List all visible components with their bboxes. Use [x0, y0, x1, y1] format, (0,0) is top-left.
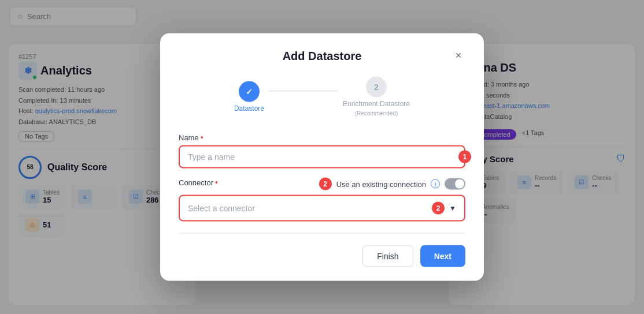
step-1-circle: ✓	[239, 81, 260, 102]
step-2-sublabel: (Recommended)	[355, 110, 398, 117]
connector-placeholder: Select a connector	[188, 204, 255, 213]
connector-label-row: Connector • 2 Use an existing connection…	[179, 178, 465, 190]
connector-field-label: Connector •	[179, 178, 218, 187]
existing-connection-label: Use an existing connection	[336, 180, 426, 188]
add-datastore-modal: Add Datastore × ✓ Datastore 2 Enrichment…	[160, 33, 484, 281]
connector-step-number: 2	[319, 178, 332, 190]
existing-connection-toggle[interactable]	[445, 178, 465, 190]
next-button[interactable]: Next	[420, 245, 465, 267]
stepper: ✓ Datastore 2 Enrichment Datastore (Reco…	[179, 77, 465, 117]
modal-footer: Finish Next	[179, 245, 465, 267]
toggle-thumb	[455, 180, 464, 189]
modal-title: Add Datastore	[193, 50, 451, 63]
close-button[interactable]: ×	[451, 48, 465, 62]
name-required-indicator: •	[201, 133, 203, 142]
finish-button[interactable]: Finish	[362, 245, 413, 267]
connector-field-group: Connector • 2 Use an existing connection…	[179, 178, 465, 222]
step-2-label: Enrichment Datastore	[343, 100, 410, 108]
step-2: 2 Enrichment Datastore (Recommended)	[343, 77, 410, 117]
name-step-number: 1	[458, 151, 471, 163]
step-1-label: Datastore	[234, 104, 264, 112]
modal-header: Add Datastore ×	[179, 50, 465, 63]
connector-select[interactable]: Select a connector 2 ▼	[179, 195, 465, 222]
step-1: ✓ Datastore	[234, 81, 264, 112]
info-icon: i	[431, 180, 440, 189]
name-field-group: Name • 1	[179, 133, 465, 169]
connector-required-indicator: •	[215, 178, 218, 187]
step-connector	[269, 90, 338, 91]
connector-select-step-number: 2	[432, 202, 445, 215]
name-input[interactable]	[179, 145, 465, 169]
modal-divider	[179, 233, 465, 234]
step-2-circle: 2	[366, 77, 387, 98]
name-field-label: Name •	[179, 133, 465, 142]
chevron-down-icon: ▼	[449, 204, 456, 212]
